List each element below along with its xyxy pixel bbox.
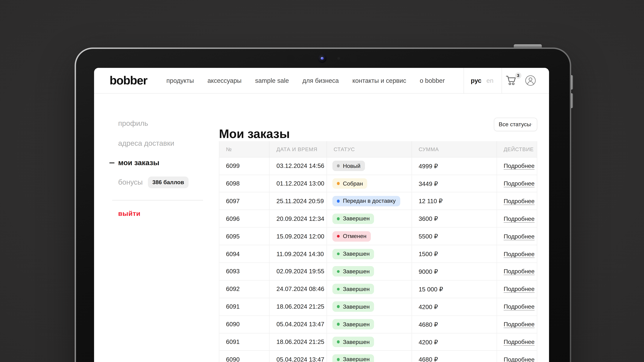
site-header: bobber продуктыаксессуарыsample saleдля … (94, 68, 549, 94)
status-dot-icon (337, 217, 340, 220)
nav-item-accessories[interactable]: аксессуары (208, 77, 242, 84)
lang-switch-en[interactable]: en (486, 77, 494, 84)
orders-table: №ДАТА И ВРЕМЯСТАТУССУММАДЕЙСТВИЕ 609903.… (219, 141, 537, 362)
order-status-label: Завершен (343, 356, 370, 362)
browser-screen: bobber продуктыаксессуарыsample saleдля … (94, 68, 549, 362)
order-action-cell: Подробнее (497, 280, 537, 298)
order-row: 609302.09.2024 19:55Завершен9000 ₽Подроб… (219, 263, 537, 280)
order-details-link[interactable]: Подробнее (504, 215, 534, 222)
bonus-points-badge: 386 баллов (148, 176, 188, 188)
order-status-cell: Завершен (327, 263, 412, 280)
status-filter-label: Все статусы (499, 121, 531, 128)
logout-link[interactable]: выйти (118, 209, 140, 217)
order-status-label: Завершен (343, 321, 370, 327)
order-date-cell: 25.11.2024 20:59 (270, 192, 327, 210)
column-header-3: СУММА (412, 141, 497, 157)
order-details-link[interactable]: Подробнее (504, 233, 534, 240)
sidebar-item-bonuses[interactable]: бонусы (118, 178, 143, 187)
sidebar-item-profile[interactable]: профиль (118, 119, 148, 128)
order-details-link[interactable]: Подробнее (504, 250, 534, 257)
order-status-badge: Завершен (332, 284, 374, 294)
order-details-link[interactable]: Подробнее (504, 321, 534, 328)
cart-button[interactable]: 3 (506, 74, 524, 87)
order-date-cell: 18.06.2024 21:25 (270, 298, 327, 315)
order-row: 609515.09.2024 12:00Отменен5500 ₽Подробн… (219, 228, 537, 245)
order-status-label: Завершен (343, 216, 370, 222)
order-status-label: Передан в доставку (343, 198, 396, 204)
nav-item-sample-sale[interactable]: sample sale (255, 77, 289, 84)
active-item-dash-icon (109, 162, 114, 163)
order-sum-cell: 12 110 ₽ (412, 192, 497, 210)
order-date-cell: 05.04.2024 13:47 (270, 351, 327, 362)
order-id-cell: 6096 (219, 210, 270, 227)
order-details-link[interactable]: Подробнее (504, 198, 534, 205)
order-action-cell: Подробнее (497, 316, 537, 333)
status-filter-dropdown[interactable]: Все статусы (494, 118, 537, 131)
order-action-cell: Подробнее (497, 263, 537, 280)
order-status-badge: Завершен (332, 319, 374, 329)
order-status-badge: Завершен (332, 213, 374, 224)
order-details-link[interactable]: Подробнее (504, 180, 534, 187)
order-status-cell: Отменен (327, 228, 412, 245)
order-sum-cell: 1500 ₽ (412, 245, 497, 262)
column-header-4: ДЕЙСТВИЕ (497, 141, 537, 157)
order-date-cell: 15.09.2024 12:00 (270, 228, 327, 245)
sensor-dot-icon (302, 55, 310, 62)
order-row: 609903.12.2024 14:56Новый4999 ₽Подробнее (219, 157, 537, 175)
order-status-label: Новый (343, 163, 360, 169)
status-dot-icon (337, 164, 340, 167)
order-date-cell: 24.07.2024 08:46 (270, 280, 327, 298)
lang-switch-ru[interactable]: рус (471, 77, 482, 84)
nav-item-about[interactable]: о bobber (420, 77, 445, 84)
status-dot-icon (337, 305, 340, 308)
page-title: Мои заказы (219, 127, 290, 141)
order-id-cell: 6090 (219, 316, 270, 333)
order-row: 609801.12.2024 13:00Собран3449 ₽Подробне… (219, 175, 537, 193)
status-dot-icon (337, 270, 340, 273)
order-action-cell: Подробнее (497, 192, 537, 210)
status-dot-icon (337, 288, 340, 291)
order-details-link[interactable]: Подробнее (504, 356, 534, 362)
sensor-dot-icon (286, 55, 294, 62)
nav-item-products[interactable]: продукты (166, 77, 194, 84)
status-dot-icon (337, 182, 340, 185)
front-camera-icon (318, 54, 327, 63)
order-details-link[interactable]: Подробнее (504, 303, 534, 310)
order-details-link[interactable]: Подробнее (504, 268, 534, 275)
order-status-badge: Завершен (332, 301, 374, 312)
order-sum-cell: 4999 ₽ (412, 157, 497, 175)
order-status-cell: Завершен (327, 280, 412, 298)
order-action-cell: Подробнее (497, 210, 537, 227)
sidebar-item-orders[interactable]: мои заказы (118, 158, 159, 167)
order-row: 609725.11.2024 20:59Передан в доставку12… (219, 192, 537, 210)
status-dot-icon (337, 252, 340, 255)
order-id-cell: 6098 (219, 175, 270, 192)
column-header-0: № (219, 141, 270, 157)
order-status-cell: Собран (327, 175, 412, 192)
order-date-cell: 05.04.2024 13:47 (270, 316, 327, 333)
nav-item-business[interactable]: для бизнеса (302, 77, 339, 84)
sensor-dot-icon (350, 55, 358, 62)
column-header-2: СТАТУС (327, 141, 412, 157)
order-status-label: Завершен (343, 339, 370, 345)
order-id-cell: 6095 (219, 228, 270, 245)
order-status-badge: Завершен (332, 337, 374, 347)
sidebar-divider (112, 200, 203, 200)
sidebar-item-addresses[interactable]: адреса доставки (118, 139, 174, 148)
order-id-cell: 6093 (219, 263, 270, 280)
order-action-cell: Подробнее (497, 245, 537, 262)
order-details-link[interactable]: Подробнее (504, 286, 534, 292)
tablet-bezel: bobber продуктыаксессуарыsample saleдля … (76, 49, 570, 362)
order-status-label: Завершен (343, 303, 370, 310)
order-sum-cell: 4680 ₽ (412, 316, 497, 333)
brand-logo[interactable]: bobber (110, 74, 147, 88)
order-row: 609118.06.2024 21:25Завершен4200 ₽Подроб… (219, 298, 537, 316)
order-action-cell: Подробнее (497, 298, 537, 315)
nav-item-contacts[interactable]: контакты и сервис (352, 77, 406, 84)
profile-button[interactable] (525, 75, 536, 86)
order-sum-cell: 4200 ₽ (412, 333, 497, 350)
order-details-link[interactable]: Подробнее (504, 162, 534, 169)
status-dot-icon (337, 358, 340, 361)
order-status-cell: Новый (327, 157, 412, 175)
order-details-link[interactable]: Подробнее (504, 338, 534, 345)
